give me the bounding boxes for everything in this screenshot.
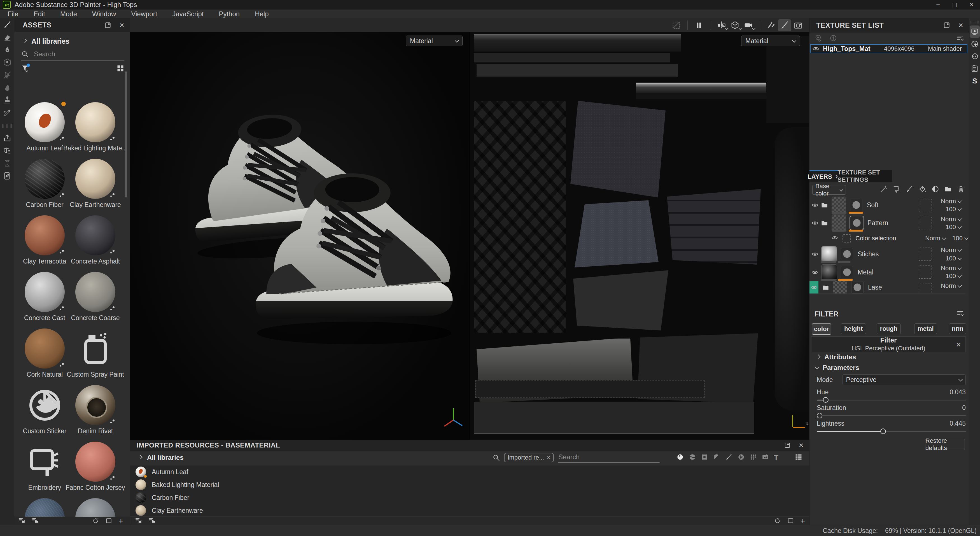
- channel-button-metal[interactable]: metal: [914, 323, 937, 334]
- menu-javascript[interactable]: JavaScript: [165, 10, 211, 18]
- layer-blend-mode[interactable]: Norm: [941, 282, 961, 289]
- resources-updater-button[interactable]: [0, 169, 14, 182]
- attributes-section[interactable]: Attributes: [815, 353, 856, 361]
- layer-blend-mode[interactable]: Norm: [941, 247, 961, 254]
- imported-search-input[interactable]: [558, 453, 660, 461]
- imported-close-icon[interactable]: ×: [799, 441, 803, 450]
- filter-alpha-icon[interactable]: [701, 454, 708, 461]
- filter-sort-button[interactable]: [956, 309, 964, 318]
- layer-visibility-icon[interactable]: [810, 219, 820, 227]
- filter-smart-material-icon[interactable]: [689, 453, 696, 462]
- texture-set-row[interactable]: High_Tops_Mat 4096x4096 Main shader: [810, 44, 967, 53]
- layer-opacity[interactable]: 100: [945, 272, 961, 280]
- rendering-mode-button[interactable]: [791, 21, 805, 30]
- polygon-fill-tool-button[interactable]: [0, 56, 14, 68]
- layer-mask-thumbnail[interactable]: [841, 266, 853, 278]
- eraser-tool-button[interactable]: [0, 31, 14, 43]
- layer-visibility-icon[interactable]: [810, 269, 820, 276]
- minimize-button[interactable]: −: [930, 0, 947, 10]
- layer-row-stiches[interactable]: Stiches Norm 100: [810, 245, 966, 264]
- resource-row[interactable]: Baked Lighting Material: [130, 478, 809, 491]
- send-to-button[interactable]: [0, 144, 14, 157]
- assets-breadcrumb-expand-icon[interactable]: [23, 39, 27, 43]
- asset-item[interactable]: Denim Rivet: [70, 385, 121, 442]
- projection-tool-button[interactable]: [0, 43, 14, 56]
- layer-opacity[interactable]: 100: [945, 255, 961, 262]
- restore-defaults-button[interactable]: Restore defaults: [925, 439, 965, 450]
- filter-bitmap-icon[interactable]: [762, 453, 769, 462]
- clone-tool-button[interactable]: [0, 94, 14, 107]
- assets-search-input[interactable]: [33, 50, 118, 58]
- layer-thumbnail[interactable]: [833, 281, 847, 294]
- texture-set-popout-icon[interactable]: [943, 22, 950, 29]
- camera-settings-button[interactable]: [742, 21, 755, 30]
- menu-help[interactable]: Help: [247, 10, 276, 18]
- substance-share-button[interactable]: S: [970, 75, 980, 87]
- layer-blend-mode[interactable]: Norm: [941, 265, 961, 272]
- tab-texture-set-settings[interactable]: TEXTURE SET SETTINGS: [837, 170, 892, 182]
- resource-row[interactable]: Autumn Leaf: [130, 465, 809, 478]
- add-fill-layer-button[interactable]: [918, 185, 926, 194]
- assets-filter-button[interactable]: [21, 64, 29, 74]
- log-button[interactable]: [970, 62, 980, 75]
- resource-row[interactable]: Carbon Fiber: [130, 491, 809, 504]
- layer-geo-mask-icon[interactable]: [919, 217, 932, 230]
- imported-breadcrumb[interactable]: All libraries: [147, 454, 184, 461]
- imported-search-tag[interactable]: Imported re... ×: [504, 453, 554, 462]
- asset-item[interactable]: Concrete Coarse: [70, 272, 121, 329]
- menu-window[interactable]: Window: [84, 10, 124, 18]
- hue-slider[interactable]: [817, 399, 966, 401]
- assets-refresh-button[interactable]: [92, 517, 99, 525]
- paint-tool-button[interactable]: [0, 18, 14, 31]
- selection-filter-off-button[interactable]: [670, 21, 683, 29]
- quick-stroke-button[interactable]: [764, 21, 778, 29]
- layer-mask-thumbnail[interactable]: [851, 281, 864, 293]
- assets-popout-icon[interactable]: [104, 22, 111, 29]
- channel-button-color[interactable]: color: [812, 323, 831, 335]
- layer-thumbnail[interactable]: [821, 246, 837, 262]
- layer-geo-mask-icon[interactable]: [919, 248, 932, 261]
- imported-list-view-button[interactable]: [795, 453, 802, 462]
- effect-opacity[interactable]: 100: [952, 235, 968, 242]
- asset-item[interactable]: Baked Lighting Mate...: [70, 102, 121, 159]
- assets-save-list-button[interactable]: [18, 517, 25, 525]
- symmetry-button[interactable]: [715, 21, 728, 29]
- layer-geo-mask-icon[interactable]: [919, 283, 932, 294]
- filter-font-icon[interactable]: T: [774, 453, 778, 462]
- viewport-3d-shader-dropdown[interactable]: Material: [406, 35, 463, 46]
- layer-visibility-icon[interactable]: [810, 202, 820, 208]
- filter-filter-icon[interactable]: [713, 453, 720, 462]
- effect-visibility-icon[interactable]: [831, 234, 838, 242]
- add-smart-mask-button[interactable]: [892, 185, 900, 194]
- assets-view-mode-button[interactable]: [116, 64, 124, 73]
- menu-viewport[interactable]: Viewport: [124, 10, 165, 18]
- filter-procedural-icon[interactable]: [738, 453, 745, 462]
- delete-layer-button[interactable]: [957, 185, 965, 194]
- asset-item[interactable]: Carbon Fiber: [19, 159, 70, 215]
- asset-item[interactable]: Concrete Cast: [19, 272, 70, 329]
- imported-folder-list-button[interactable]: [148, 517, 156, 525]
- asset-item[interactable]: Embroidery: [19, 442, 70, 498]
- texture-set-sort-button[interactable]: [956, 34, 964, 43]
- add-effect-button[interactable]: [931, 185, 939, 194]
- layer-row-soft[interactable]: Soft Norm 100: [810, 196, 966, 214]
- filter-remove-icon[interactable]: ×: [956, 340, 961, 349]
- asset-item[interactable]: Custom Sticker: [19, 385, 70, 442]
- history-button[interactable]: [970, 50, 980, 62]
- display-settings-button[interactable]: [970, 25, 980, 38]
- imported-refresh-button[interactable]: [774, 517, 781, 525]
- menu-python[interactable]: Python: [211, 10, 247, 18]
- asset-item[interactable]: [70, 498, 121, 517]
- saturation-slider[interactable]: [817, 415, 966, 416]
- texture-set-visibility-icon[interactable]: [811, 45, 821, 52]
- menu-file[interactable]: File: [0, 10, 26, 18]
- layer-geo-mask-icon[interactable]: [919, 199, 932, 212]
- selection-tool-button[interactable]: [0, 68, 14, 81]
- viewport-2d[interactable]: Material u: [469, 32, 810, 440]
- layer-blend-mode[interactable]: Norm: [941, 198, 961, 205]
- maximize-button[interactable]: □: [947, 0, 963, 10]
- layer-row-lase[interactable]: Lase Norm: [810, 281, 966, 294]
- texture-set-close-icon[interactable]: ×: [958, 21, 963, 29]
- asset-item[interactable]: Clay Terracotta: [19, 215, 70, 272]
- channel-button-height[interactable]: height: [841, 323, 866, 334]
